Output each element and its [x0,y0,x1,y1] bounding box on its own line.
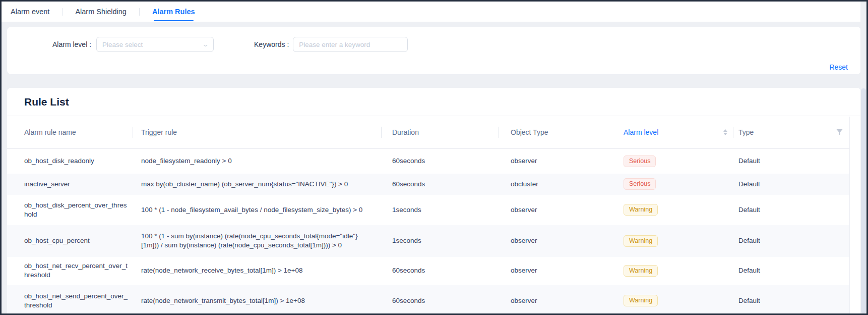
alarm-level-badge: Warning [624,235,658,247]
filter-row: Alarm level : Please select ⌄ Keywords : [7,27,861,52]
object-type-cell: observer [499,285,616,315]
table-header-row: Alarm rule name Trigger rule Duration Ob… [7,116,849,149]
tab-alarm-rules[interactable]: Alarm Rules [152,2,195,22]
column-header-duration: Duration [382,116,499,149]
type-cell: Default [733,257,849,285]
alarm-rule-name-cell: ob_host_disk_percent_over_threshold [7,195,133,225]
tab-alarm-shielding[interactable]: Alarm Shielding [75,2,127,22]
alarm-rule-name-cell: ob_host_cpu_percent [7,225,133,257]
type-cell: Default [733,174,849,195]
duration-cell: 60seconds [382,174,499,195]
table-row: ob_host_disk_percent_over_threshold 100 … [7,195,849,225]
trigger-rule-cell: max by(ob_cluster_name) (ob_server_num{s… [133,174,382,195]
app-window: Alarm event Alarm Shielding Alarm Rules … [0,0,868,315]
chevron-down-icon: ⌄ [202,41,209,48]
trigger-rule-cell: 100 * (1 - node_filesystem_avail_bytes /… [133,195,382,225]
table-right-border [849,117,850,315]
object-type-cell: observer [499,149,616,174]
caret-up-icon [723,129,727,132]
trigger-rule-cell: rate(node_network_receive_bytes_total[1m… [133,257,382,285]
duration-cell: 1seconds [382,225,499,257]
type-cell: Default [733,225,849,257]
column-header-type: Type [733,116,849,149]
alarm-level-cell: Serious [616,174,733,195]
column-header-label: Alarm level [624,128,658,136]
alarm-rule-name-cell: inactive_server [7,174,133,195]
duration-cell: 60seconds [382,257,499,285]
keywords-input[interactable] [293,37,408,52]
tab-divider [62,8,63,16]
object-type-cell: observer [499,225,616,257]
object-type-cell: observer [499,195,616,225]
keywords-label: Keywords : [254,40,289,48]
alarm-level-cell: Warning [616,257,733,285]
table-row: ob_host_cpu_percent 100 * (1 - sum by(in… [7,225,849,257]
column-header-label: Trigger rule [141,128,177,136]
table-row: ob_host_net_send_percent_over_threshold … [7,285,849,315]
column-header-alarm-rule-name: Alarm rule name [7,116,133,149]
tab-divider [139,8,140,16]
alarm-rule-name-cell: ob_host_net_send_percent_over_threshold [7,285,133,315]
column-header-label: Object Type [511,128,548,136]
object-type-cell: observer [499,257,616,285]
column-header-trigger-rule: Trigger rule [133,116,382,149]
column-header-alarm-level[interactable]: Alarm level [616,116,733,149]
rule-table-body: ob_host_disk_readonly node_filesystem_re… [7,149,849,315]
duration-cell: 1seconds [382,195,499,225]
alarm-level-cell: Serious [616,149,733,174]
tab-bar: Alarm event Alarm Shielding Alarm Rules [2,2,866,22]
filter-card: Alarm level : Please select ⌄ Keywords :… [7,27,861,74]
rule-list-title: Rule List [7,88,861,116]
table-row: inactive_server max by(ob_cluster_name) … [7,174,849,195]
duration-cell: 60seconds [382,285,499,315]
scrollbar-thumb[interactable] [861,88,866,313]
rule-list-card: Rule List Alarm rule name Trigger rule D… [7,88,861,315]
duration-cell: 60seconds [382,149,499,174]
reset-button[interactable]: Reset [829,63,848,71]
rule-table: Alarm rule name Trigger rule Duration Ob… [7,116,849,315]
sorter-icon[interactable] [723,129,727,135]
alarm-level-cell: Warning [616,225,733,257]
alarm-level-label: Alarm level : [52,40,91,48]
type-cell: Default [733,195,849,225]
alarm-rule-name-cell: ob_host_disk_readonly [7,149,133,174]
alarm-rule-name-cell: ob_host_net_recv_percent_over_threshold [7,257,133,285]
trigger-rule-cell: rate(node_network_transmit_bytes_total[1… [133,285,382,315]
column-header-label: Type [738,128,754,136]
table-row: ob_host_disk_readonly node_filesystem_re… [7,149,849,174]
type-cell: Default [733,149,849,174]
type-cell: Default [733,285,849,315]
column-header-label: Duration [392,128,419,136]
alarm-level-badge: Warning [624,295,658,306]
caret-down-icon [723,133,727,135]
column-header-object-type: Object Type [499,116,616,149]
trigger-rule-cell: 100 * (1 - sum by(instance) (rate(node_c… [133,225,382,257]
filter-icon[interactable] [836,129,843,136]
alarm-level-badge: Serious [624,178,656,190]
alarm-level-select[interactable]: Please select ⌄ [96,37,214,52]
tab-alarm-event[interactable]: Alarm event [11,2,49,22]
alarm-level-select-placeholder: Please select [102,41,203,48]
alarm-level-cell: Warning [616,195,733,225]
object-type-cell: obcluster [499,174,616,195]
trigger-rule-cell: node_filesystem_readonly > 0 [133,149,382,174]
column-header-label: Alarm rule name [24,128,76,136]
alarm-level-cell: Warning [616,285,733,315]
alarm-level-badge: Serious [624,155,656,167]
alarm-level-badge: Warning [624,265,658,277]
alarm-level-badge: Warning [624,204,658,216]
scrollbar-track [860,2,866,313]
table-row: ob_host_net_recv_percent_over_threshold … [7,257,849,285]
